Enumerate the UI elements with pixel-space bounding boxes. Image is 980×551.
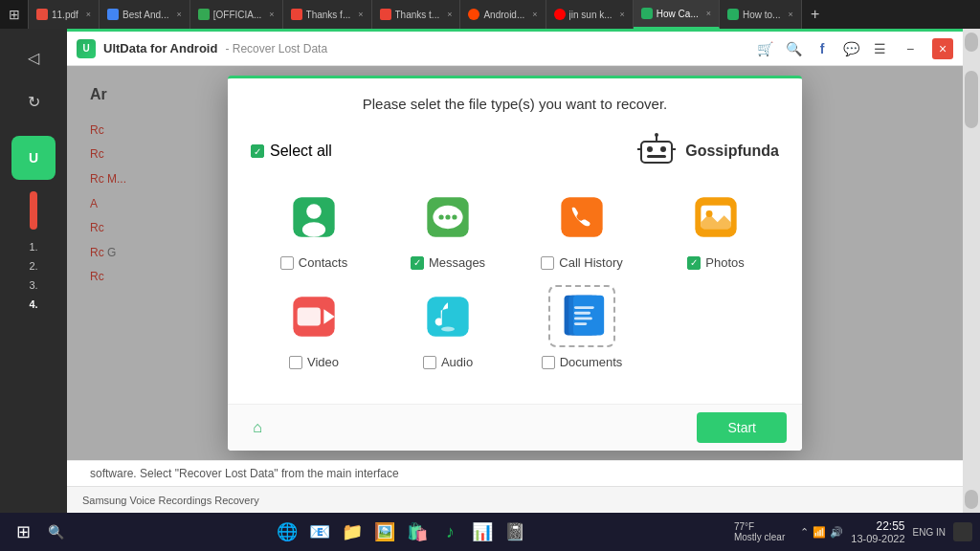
close-button[interactable]: × (932, 38, 953, 59)
sidebar-step-indicator (30, 191, 37, 230)
tab-thanks2[interactable]: Thanks t... × (372, 0, 461, 29)
tab-thanks1[interactable]: Thanks f... × (283, 0, 372, 29)
audio-checkbox[interactable] (423, 356, 436, 369)
minimize-button[interactable]: − (900, 38, 921, 59)
messages-icon (423, 192, 473, 242)
gossip-text: Gossipfunda (685, 143, 779, 160)
tab-jin[interactable]: jin sun k... × (546, 0, 634, 29)
contacts-icon-wrapper (280, 186, 347, 248)
messages-icon-wrapper (414, 186, 481, 248)
titlebar-icons: 🛒 🔍 f 💬 ☰ − × (756, 38, 953, 59)
svg-rect-31 (574, 322, 587, 325)
modal-footer: ⌂ Start (228, 404, 802, 451)
svg-point-2 (660, 146, 666, 152)
taskbar-onenote-icon[interactable]: 📓 (500, 517, 530, 547)
file-item-call-history[interactable]: Call History (519, 186, 645, 270)
file-item-documents[interactable]: Documents (519, 285, 645, 369)
modal-overlay: Please selet the file type(s) you want t… (67, 66, 963, 460)
sidebar-refresh-icon[interactable]: ↻ (14, 82, 53, 121)
messages-checkbox[interactable] (411, 256, 424, 270)
tab-best[interactable]: Best And... × (100, 0, 190, 29)
tab-howca[interactable]: How Ca... × (634, 0, 720, 29)
select-all-checkbox[interactable] (251, 144, 264, 158)
modal-body: Select all (228, 122, 802, 404)
contacts-label-row: Contacts (280, 255, 347, 270)
new-tab-button[interactable]: + (802, 1, 829, 28)
scrollbar-thumb[interactable] (965, 71, 978, 128)
audio-icon (423, 292, 473, 342)
notification-area[interactable] (953, 522, 972, 541)
tray-network[interactable]: 📶 (813, 526, 826, 539)
messages-label: Messages (429, 255, 485, 270)
svg-rect-28 (574, 306, 594, 309)
photos-checkbox[interactable] (687, 256, 701, 270)
search-icon[interactable]: 🔍 (785, 40, 802, 57)
documents-checkbox[interactable] (542, 356, 555, 369)
video-checkbox[interactable] (289, 356, 302, 369)
taskbar-edge-icon[interactable]: 🌐 (272, 517, 302, 547)
taskbar-photos-icon[interactable]: 🖼️ (369, 517, 400, 547)
cart-icon[interactable]: 🛒 (756, 40, 773, 57)
gossip-icon (634, 132, 679, 170)
call-history-label: Call History (559, 255, 622, 270)
home-button[interactable]: ⌂ (243, 413, 272, 442)
svg-rect-0 (641, 142, 672, 163)
scrollbar-bottom-arrow[interactable] (965, 490, 978, 509)
documents-label-row: Documents (542, 355, 623, 369)
contacts-checkbox[interactable] (280, 256, 294, 270)
video-label: Video (307, 355, 339, 369)
svg-point-10 (302, 222, 325, 237)
file-item-photos[interactable]: Photos (653, 186, 779, 270)
svg-point-14 (445, 214, 450, 219)
audio-label: Audio (441, 355, 473, 369)
taskbar-outlook-icon[interactable]: 📊 (467, 517, 498, 547)
audio-icon-wrapper (414, 285, 481, 347)
chat-icon[interactable]: 💬 (842, 40, 859, 57)
start-menu-button[interactable]: ⊞ (8, 517, 38, 547)
clock-display[interactable]: 22:55 13-09-2022 (851, 519, 904, 544)
tab-officia[interactable]: [OFFICIA... × (190, 0, 283, 29)
file-item-messages[interactable]: Messages (385, 186, 511, 270)
file-item-video[interactable]: Video (251, 285, 377, 369)
taskbar-spotify-icon[interactable]: ♪ (434, 517, 465, 547)
scrollbar-top-arrow[interactable] (965, 33, 978, 52)
audio-label-row: Audio (423, 355, 473, 369)
svg-rect-29 (574, 311, 590, 314)
scrollbar[interactable] (963, 29, 980, 513)
webpage-area: Ar Rc Rc Rc M... A Rc Rc G Rc Please sel… (67, 66, 963, 460)
tray-arrow[interactable]: ⌃ (800, 526, 809, 539)
call-history-icon-wrapper (548, 186, 615, 248)
taskbar-store-icon[interactable]: 🛍️ (402, 517, 433, 547)
start-button[interactable]: Start (697, 412, 787, 443)
call-history-checkbox[interactable] (541, 256, 554, 270)
select-all-row: Select all (251, 132, 779, 170)
taskbar-bottom: ⊞ 🔍 🌐 📧 📁 🖼️ 🛍️ ♪ 📊 📓 77°F Mostly clear … (0, 513, 980, 551)
svg-point-9 (306, 204, 322, 219)
messages-label-row: Messages (411, 255, 485, 270)
weather-temp: 77°F (734, 521, 785, 532)
app-icon-main: U (11, 136, 56, 180)
taskbar-search-button[interactable]: 🔍 (42, 518, 69, 545)
facebook-icon[interactable]: f (813, 40, 831, 57)
system-tray-icons: ⌃ 📶 🔊 (800, 526, 843, 539)
menu-icon[interactable]: ☰ (871, 40, 888, 57)
svg-point-1 (647, 146, 653, 152)
call-history-icon (557, 192, 607, 242)
tab-system[interactable]: ⊞ (0, 0, 29, 29)
tab-android[interactable]: Android... × (460, 0, 546, 29)
file-item-audio[interactable]: Audio (385, 285, 511, 369)
svg-point-24 (441, 326, 455, 331)
photos-label: Photos (705, 255, 744, 270)
tab-pdf[interactable]: 11.pdf × (29, 0, 100, 29)
sidebar-back-icon[interactable]: ◁ (14, 38, 53, 77)
file-item-contacts[interactable]: Contacts (251, 186, 377, 270)
photos-label-row: Photos (687, 255, 744, 270)
documents-icon-wrapper (548, 285, 615, 347)
svg-rect-16 (561, 197, 602, 237)
svg-point-15 (452, 214, 457, 219)
locale-display: ENG IN (913, 527, 946, 538)
taskbar-explorer-icon[interactable]: 📁 (337, 517, 368, 547)
tray-volume[interactable]: 🔊 (830, 526, 843, 539)
tab-howto[interactable]: How to... × (720, 0, 802, 29)
taskbar-mail-icon[interactable]: 📧 (304, 517, 335, 547)
